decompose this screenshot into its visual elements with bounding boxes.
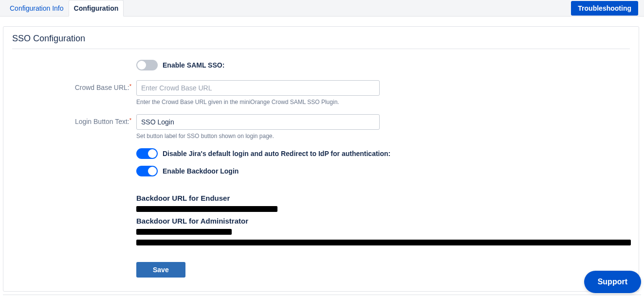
- backdoor-admin-url-redacted: [136, 229, 232, 235]
- support-button[interactable]: Support: [584, 271, 641, 293]
- footer-divider: [3, 295, 641, 295]
- crowd-base-url-input[interactable]: [136, 80, 380, 96]
- save-row: Save: [136, 262, 630, 278]
- backdoor-admin-heading: Backdoor URL for Administrator: [136, 217, 630, 225]
- tabs-bar: Configuration Info Configuration Trouble…: [0, 0, 644, 17]
- tab-configuration-info-label: Configuration Info: [10, 4, 64, 12]
- backdoor-urls-section: Backdoor URL for Enduser Backdoor URL fo…: [136, 194, 630, 245]
- enable-backdoor-row: Enable Backdoor Login: [136, 166, 630, 176]
- troubleshooting-button[interactable]: Troubleshooting: [571, 1, 638, 16]
- required-asterisk: *: [129, 83, 131, 89]
- backdoor-enduser-url-redacted: [136, 206, 277, 212]
- enable-backdoor-label: Enable Backdoor Login: [163, 167, 239, 175]
- panel-title: SSO Configuration: [12, 34, 630, 49]
- sso-config-panel: SSO Configuration Enable SAML SSO: Crowd…: [3, 26, 639, 292]
- enable-saml-label: Enable SAML SSO:: [163, 61, 224, 69]
- sso-config-form: Enable SAML SSO: Crowd Base URL:* Enter …: [12, 60, 630, 278]
- login-button-text-input[interactable]: [136, 114, 380, 130]
- backdoor-enduser-heading: Backdoor URL for Enduser: [136, 194, 630, 202]
- login-button-text-hint: Set button label for SSO button shown on…: [136, 133, 630, 139]
- backdoor-admin-url-redacted-2: [136, 240, 631, 245]
- login-button-text-label: Login Button Text:*: [12, 114, 136, 125]
- disable-default-login-row: Disable Jira's default login and auto Re…: [136, 148, 630, 159]
- login-button-text-row: Login Button Text:*: [12, 114, 630, 130]
- save-button[interactable]: Save: [136, 262, 185, 278]
- enable-backdoor-toggle[interactable]: [136, 166, 158, 176]
- crowd-base-url-row: Crowd Base URL:*: [12, 80, 630, 96]
- save-button-label: Save: [153, 266, 169, 274]
- support-button-label: Support: [598, 278, 627, 286]
- crowd-base-url-label: Crowd Base URL:*: [12, 80, 136, 91]
- tab-configuration-info[interactable]: Configuration Info: [5, 0, 69, 17]
- troubleshooting-button-label: Troubleshooting: [578, 4, 631, 12]
- enable-saml-toggle[interactable]: [136, 60, 158, 70]
- tab-configuration-label: Configuration: [74, 4, 119, 12]
- disable-default-login-toggle[interactable]: [136, 148, 158, 159]
- disable-default-login-label: Disable Jira's default login and auto Re…: [163, 150, 390, 157]
- enable-saml-row: Enable SAML SSO:: [136, 60, 630, 70]
- tab-configuration[interactable]: Configuration: [69, 0, 124, 17]
- crowd-base-url-hint: Enter the Crowd Base URL given in the mi…: [136, 99, 630, 105]
- required-asterisk: *: [129, 117, 131, 123]
